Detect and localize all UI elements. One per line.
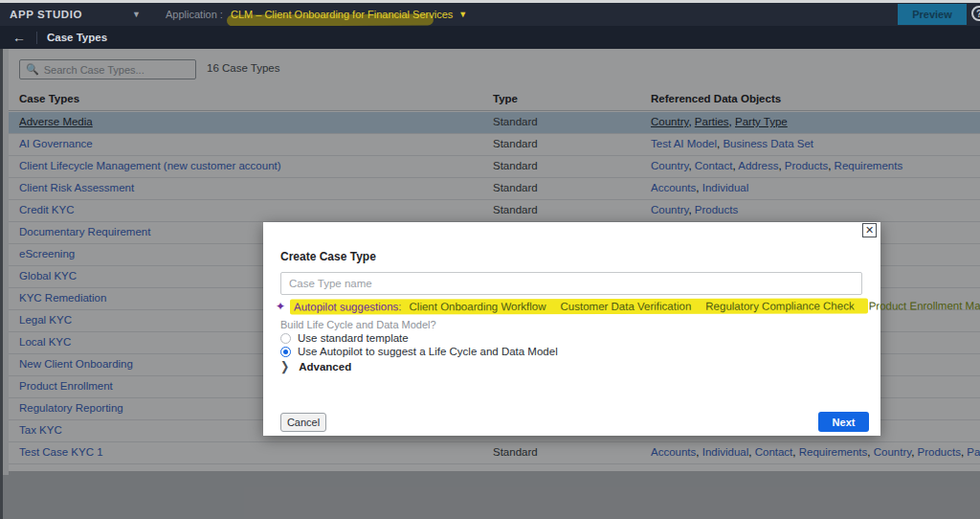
application-selector[interactable]: CLM – Client Onboarding for Financial Se…	[231, 9, 467, 20]
chevron-down-icon: ▼	[458, 10, 467, 19]
advanced-expander[interactable]: ❯ Advanced	[280, 360, 351, 372]
chevron-right-icon: ❯	[280, 359, 289, 374]
create-case-type-modal: ✕ Create Case Type ✦ Autopilot suggestio…	[263, 222, 880, 436]
case-type-name-input[interactable]	[280, 272, 862, 295]
autopilot-sparkle-icon: ✦	[276, 300, 285, 313]
radio-icon[interactable]	[280, 347, 291, 357]
preview-button[interactable]: Preview	[898, 4, 967, 25]
autopilot-suggestion[interactable]: Customer Data Verification	[561, 301, 692, 312]
radio-label: Use Autopilot to suggest a Life Cycle an…	[298, 346, 558, 357]
radio-icon[interactable]	[280, 333, 291, 344]
next-button[interactable]: Next	[818, 412, 869, 432]
page-title: Case Types	[47, 32, 107, 43]
autopilot-suggestion[interactable]: Product Enrollment Management	[869, 300, 980, 311]
highlight-annotation: Autopilot suggestions: Client Onboarding…	[290, 298, 868, 314]
radio-option[interactable]: Use standard template	[280, 331, 558, 345]
autopilot-suggestions-label: Autopilot suggestions:	[294, 301, 402, 312]
close-icon[interactable]: ✕	[862, 223, 877, 237]
build-lifecycle-question: Build Life Cycle and Data Model?	[280, 319, 436, 330]
app-studio-header: APP STUDIO ▼ Application : CLM – Client …	[0, 3, 980, 26]
autopilot-suggestion[interactable]: Regulatory Compliance Check	[705, 300, 854, 311]
breadcrumb-bar: ← Case Types	[0, 26, 980, 49]
divider	[36, 32, 37, 44]
suggestion-list: Client Onboarding WorkflowCustomer Data …	[410, 300, 980, 312]
autopilot-suggestions-row: ✦ Autopilot suggestions: Client Onboardi…	[276, 299, 868, 314]
app-studio-logo: APP STUDIO	[10, 9, 82, 20]
cancel-button[interactable]: Cancel	[280, 413, 326, 432]
application-label: Application :	[166, 9, 223, 20]
radio-group: Use standard templateUse Autopilot to su…	[280, 331, 558, 358]
autopilot-suggestion[interactable]: Client Onboarding Workflow	[410, 301, 546, 312]
chevron-down-icon[interactable]: ▼	[132, 10, 141, 19]
modal-title: Create Case Type	[280, 250, 376, 263]
radio-option[interactable]: Use Autopilot to suggest a Life Cycle an…	[280, 345, 558, 358]
question-circle-icon[interactable]: ?	[971, 6, 980, 21]
advanced-label: Advanced	[299, 361, 351, 372]
back-arrow-icon[interactable]: ←	[12, 30, 26, 45]
radio-label: Use standard template	[298, 332, 409, 344]
application-name: CLM – Client Onboarding for Financial Se…	[231, 9, 453, 20]
